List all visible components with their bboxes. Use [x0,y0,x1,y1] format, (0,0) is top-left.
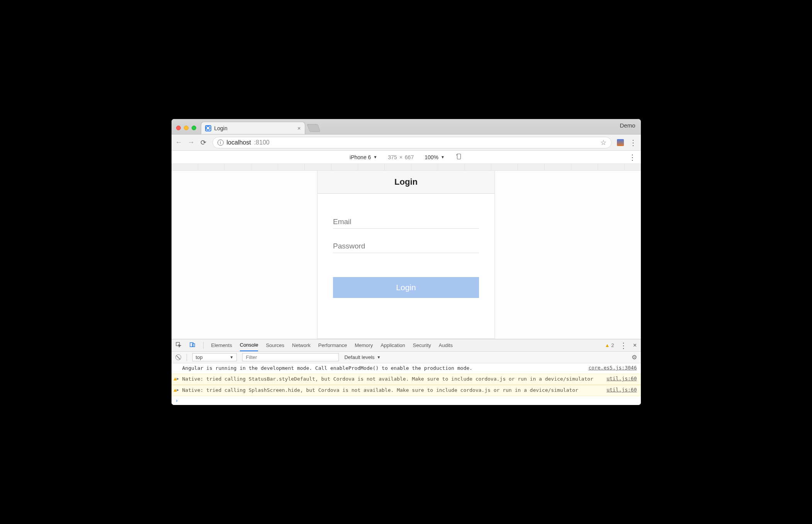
simulated-device: Login Login [317,171,495,339]
log-level-value: Default levels [344,354,374,360]
chevron-down-icon: ▼ [441,155,445,159]
log-level-selector[interactable]: Default levels ▼ [344,354,381,360]
console-toolbar: top ▼ Default levels ▼ ⚙ [172,352,641,363]
devtools-menu-button[interactable]: ⋮ [620,342,627,349]
chevron-down-icon: ▼ [373,155,377,159]
devtools-panel: Elements Console Sources Network Perform… [172,339,641,405]
log-row: Angular is running in the development mo… [172,363,641,374]
demo-label: Demo [620,122,635,129]
context-selector[interactable]: top ▼ [192,353,237,361]
device-selector[interactable]: iPhone 6 ▼ [350,154,377,160]
warning-icon: ▲ [174,376,177,381]
svg-rect-2 [190,343,193,347]
log-source-link[interactable]: core.es5.js:3046 [588,365,637,371]
separator [203,342,204,349]
log-message: Native: tried calling StatusBar.styleDef… [182,376,599,383]
tab-network[interactable]: Network [292,340,311,351]
chevron-down-icon: ▼ [377,355,381,359]
tab-application[interactable]: Application [381,340,405,351]
new-tab-button[interactable] [307,124,320,132]
expand-icon[interactable]: ▶ [177,388,179,392]
url-input[interactable]: i localhost:8100 ☆ [212,137,612,148]
password-field[interactable] [333,240,479,253]
site-info-icon[interactable]: i [217,140,224,146]
clear-console-icon[interactable] [175,354,181,360]
window-controls [172,126,201,134]
tab-title: Login [214,125,228,131]
url-host: localhost [227,139,251,146]
email-field[interactable] [333,215,479,229]
rotate-icon[interactable] [455,153,462,161]
tab-performance[interactable]: Performance [318,340,347,351]
gear-icon[interactable]: ⚙ [632,354,637,361]
console-prompt[interactable]: › [172,396,641,405]
close-devtools-button[interactable]: ✕ [633,342,637,348]
tab-sources[interactable]: Sources [266,340,284,351]
separator [187,354,187,361]
tab-memory[interactable]: Memory [355,340,373,351]
login-form: Login [318,194,494,307]
times-symbol: × [399,154,403,160]
back-button[interactable]: ← [175,138,182,146]
viewport-dimensions: 375 × 667 [388,154,414,160]
device-mode-icon[interactable] [189,342,195,349]
close-tab-button[interactable]: × [297,125,301,131]
devtools-tab-bar: Elements Console Sources Network Perform… [172,339,641,352]
device-toolbar-menu[interactable]: ⋮ [629,153,636,161]
log-message: Native: tried calling SplashScreen.hide,… [182,387,599,394]
browser-tab[interactable]: Login × [201,122,305,134]
browser-menu-button[interactable]: ⋮ [629,139,637,146]
tab-bar: Login × Demo [172,119,641,134]
log-source-link[interactable]: util.js:60 [606,376,637,381]
svg-rect-3 [192,344,195,347]
tab-audits[interactable]: Audits [439,340,453,351]
warning-icon: ▲ [174,387,177,393]
inspect-element-icon[interactable] [175,342,182,349]
tab-security[interactable]: Security [413,340,431,351]
warning-badge[interactable]: ▲ 2 [605,342,614,348]
viewport-height[interactable]: 667 [405,154,414,160]
favicon-icon [205,125,211,131]
browser-window: Login × Demo ← → ⟳ i localhost:8100 ☆ ⋮ … [172,119,641,405]
filter-input[interactable] [242,353,339,361]
extension-icon[interactable] [617,139,624,146]
context-value: top [196,354,203,360]
viewport-width[interactable]: 375 [388,154,397,160]
log-message: Angular is running in the development mo… [182,365,581,372]
expand-icon[interactable]: ▶ [177,376,179,381]
tab-console[interactable]: Console [240,339,258,351]
warning-icon: ▲ [605,342,610,348]
tab-elements[interactable]: Elements [211,340,232,351]
ruler [172,164,641,171]
zoom-value: 100% [425,154,438,160]
device-toolbar: iPhone 6 ▼ 375 × 667 100% ▼ ⋮ [172,151,641,164]
page-title: Login [318,171,494,194]
log-row: ▲▶ Native: tried calling SplashScreen.hi… [172,385,641,396]
bookmark-star-icon[interactable]: ☆ [600,138,606,147]
address-bar: ← → ⟳ i localhost:8100 ☆ ⋮ [172,134,641,151]
log-row: ▲▶ Native: tried calling StatusBar.style… [172,374,641,385]
url-port: :8100 [254,139,270,146]
forward-button[interactable]: → [188,138,195,146]
viewport-area: Login Login [172,171,641,339]
chevron-down-icon: ▼ [230,355,234,359]
device-name: iPhone 6 [350,154,371,160]
console-output: Angular is running in the development mo… [172,363,641,405]
close-window-button[interactable] [176,126,181,130]
login-button[interactable]: Login [333,277,479,298]
maximize-window-button[interactable] [192,126,196,130]
warning-count: 2 [611,342,614,348]
reload-button[interactable]: ⟳ [200,138,207,147]
log-source-link[interactable]: util.js:60 [606,387,637,393]
svg-rect-0 [457,154,460,159]
zoom-selector[interactable]: 100% ▼ [425,154,445,160]
minimize-window-button[interactable] [184,126,189,130]
